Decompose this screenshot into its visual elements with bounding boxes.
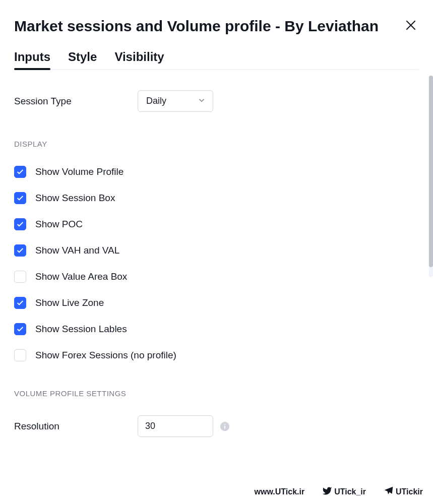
- scrollbar-thumb[interactable]: [429, 76, 433, 267]
- checkbox[interactable]: [14, 218, 26, 230]
- checkbox-row[interactable]: Show VAH and VAL: [14, 244, 419, 257]
- checkbox-label: Show Volume Profile: [35, 166, 123, 177]
- info-icon[interactable]: [219, 421, 230, 432]
- checkbox[interactable]: [14, 297, 26, 309]
- checkbox[interactable]: [14, 244, 26, 257]
- tab-visibility[interactable]: Visibility: [114, 50, 164, 69]
- checkbox-row[interactable]: Show Forex Sessions (no profile): [14, 349, 419, 361]
- resolution-label: Resolution: [14, 421, 138, 432]
- checkbox-label: Show VAH and VAL: [35, 245, 119, 256]
- volume-profile-section-header: VOLUME PROFILE SETTINGS: [14, 389, 419, 398]
- checkbox-label: Show Session Box: [35, 193, 115, 204]
- checkbox-label: Show Session Lables: [35, 324, 127, 335]
- checkbox-row[interactable]: Show Session Lables: [14, 323, 419, 335]
- resolution-row: Resolution: [14, 415, 419, 437]
- tab-inputs[interactable]: Inputs: [14, 50, 50, 69]
- tabs-container: Inputs Style Visibility: [14, 50, 419, 70]
- checkbox-label: Show Live Zone: [35, 297, 104, 308]
- telegram-icon: [384, 486, 394, 498]
- checkbox[interactable]: [14, 323, 26, 335]
- checkbox[interactable]: [14, 192, 26, 204]
- checkbox-row[interactable]: Show Session Box: [14, 192, 419, 204]
- checkbox[interactable]: [14, 166, 26, 178]
- dialog-title: Market sessions and Volume profile - By …: [14, 18, 379, 35]
- session-type-select[interactable]: Daily: [138, 90, 213, 112]
- checkbox[interactable]: [14, 271, 26, 283]
- resolution-input[interactable]: [138, 415, 213, 437]
- footer: www.UTick.ir UTick_ir UTickir: [255, 486, 423, 498]
- checkbox-row[interactable]: Show POC: [14, 218, 419, 230]
- footer-telegram: UTickir: [384, 486, 423, 498]
- checkbox-label: Show Forex Sessions (no profile): [35, 350, 176, 361]
- settings-dialog: Market sessions and Volume profile - By …: [0, 0, 433, 457]
- checkbox-row[interactable]: Show Value Area Box: [14, 271, 419, 283]
- close-button[interactable]: [403, 18, 419, 34]
- session-type-row: Session Type Daily: [14, 90, 419, 112]
- scrollbar[interactable]: [429, 76, 433, 277]
- display-section-header: DISPLAY: [14, 140, 419, 148]
- session-type-label: Session Type: [14, 96, 138, 107]
- checkbox-row[interactable]: Show Live Zone: [14, 297, 419, 309]
- tab-style[interactable]: Style: [68, 50, 97, 69]
- checkbox-label: Show POC: [35, 219, 83, 230]
- close-icon: [404, 19, 417, 34]
- checkbox[interactable]: [14, 349, 26, 361]
- checkbox-row[interactable]: Show Volume Profile: [14, 166, 419, 178]
- twitter-icon: [322, 486, 332, 498]
- checkbox-label: Show Value Area Box: [35, 271, 127, 282]
- footer-website: www.UTick.ir: [255, 487, 305, 496]
- footer-twitter: UTick_ir: [322, 486, 366, 498]
